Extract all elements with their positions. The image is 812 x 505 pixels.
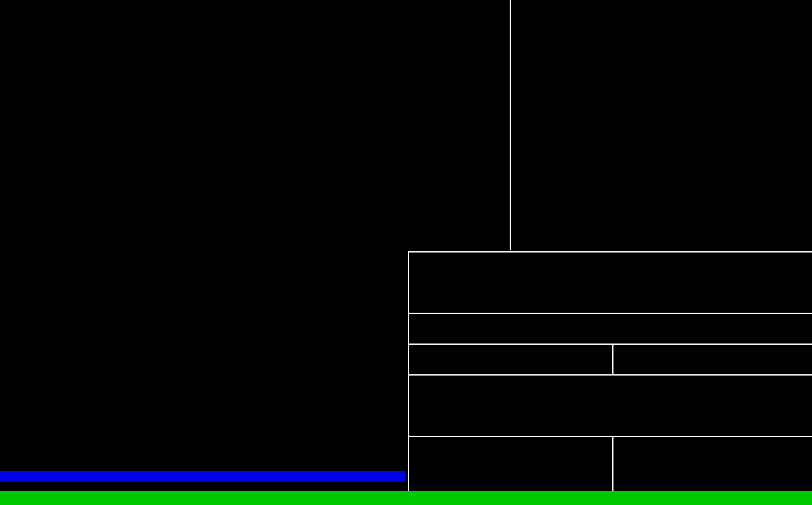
pane-border-vertical-top: [510, 0, 511, 250]
pane-top-process-monitor[interactable]: [2, 1, 508, 250]
shell-prompt-line: [513, 73, 811, 83]
shell-prompt-line: [412, 462, 612, 472]
tmux-status-bar: [0, 491, 812, 505]
shell-prompt-line: [412, 339, 812, 344]
pane-shell-7[interactable]: [614, 437, 812, 491]
tmux-session-screen: [0, 0, 812, 505]
shell-prompt-line: [617, 462, 812, 472]
shell-prompt-line: [412, 401, 812, 411]
shell-prompt-line: [412, 277, 812, 288]
pane-emacs-diff[interactable]: [0, 251, 407, 491]
pane-shell-1[interactable]: [409, 252, 812, 313]
pane-shell-2[interactable]: [409, 314, 812, 344]
shell-prompt-line: [412, 370, 612, 374]
shell-prompt-line: [513, 22, 811, 32]
pane-shell-5-active[interactable]: [409, 376, 812, 436]
shell-prompt-line: [617, 370, 812, 374]
emacs-modeline: [0, 471, 405, 482]
pane-border-vertical-split-2: [612, 437, 613, 491]
pane-shell-3[interactable]: [409, 345, 612, 374]
pane-border-vertical-split-1: [612, 345, 613, 374]
pane-shell-4[interactable]: [614, 345, 812, 374]
pane-shell-6[interactable]: [409, 437, 612, 491]
pane-shell-ls[interactable]: [513, 1, 811, 250]
